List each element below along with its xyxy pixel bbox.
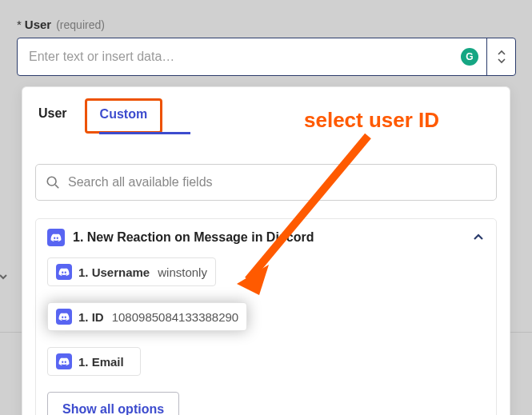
field-picker-popup: User Custom 1. New Reaction on Message i… (22, 86, 510, 415)
field-label: *User(required) (17, 18, 516, 31)
chevron-up-icon (472, 231, 485, 244)
svg-line-1 (55, 185, 58, 188)
chip-email[interactable]: 1. Email (47, 347, 141, 376)
chip-id[interactable]: 1. ID 1080985084133388290 (47, 302, 247, 331)
field-label-text: User (25, 18, 51, 31)
chip-label: 1. ID (78, 310, 104, 324)
field-chips: 1. Username winstonly 1. ID 108098508413… (47, 257, 485, 376)
required-text: (required) (56, 18, 105, 31)
discord-icon (56, 309, 72, 325)
required-asterisk: * (17, 18, 22, 31)
user-field: *User(required) G (17, 18, 516, 76)
tab-custom[interactable]: Custom (85, 98, 163, 134)
updown-icon (496, 50, 507, 64)
svg-point-0 (47, 177, 56, 186)
source-card-header[interactable]: 1. New Reaction on Message in Discord (47, 229, 485, 246)
chip-label: 1. Email (78, 355, 124, 369)
show-all-row: Show all options (47, 392, 485, 415)
discord-icon (56, 264, 72, 280)
search-icon (46, 175, 60, 190)
source-title: 1. New Reaction on Message in Discord (73, 230, 464, 245)
discord-icon (47, 229, 65, 246)
tab-user[interactable]: User (35, 100, 70, 132)
discord-icon (56, 353, 72, 369)
user-input-row: G (17, 38, 516, 76)
grammarly-badge[interactable]: G (461, 48, 478, 66)
sidebar-collapse-chevron[interactable] (0, 265, 14, 288)
source-card: 1. New Reaction on Message in Discord 1.… (35, 218, 497, 415)
search-box[interactable] (35, 164, 497, 201)
user-input[interactable] (18, 38, 461, 75)
tab-bar: User Custom (22, 87, 510, 134)
popup-body: 1. New Reaction on Message in Discord 1.… (22, 134, 510, 415)
chip-value: 1080985084133388290 (112, 310, 239, 324)
show-all-button[interactable]: Show all options (47, 392, 179, 415)
chip-username[interactable]: 1. Username winstonly (47, 257, 216, 286)
field-stepper[interactable] (486, 38, 515, 75)
search-input[interactable] (68, 175, 486, 190)
tab-underline (99, 132, 190, 134)
chip-label: 1. Username (78, 265, 150, 279)
chip-value: winstonly (158, 265, 207, 279)
